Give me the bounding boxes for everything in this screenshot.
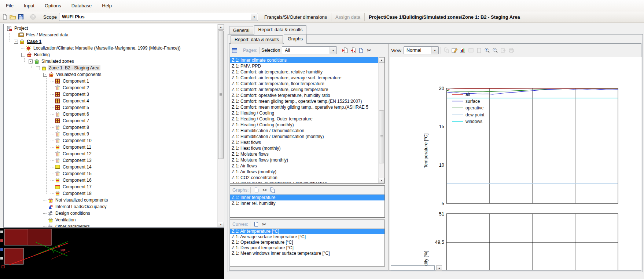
panel-divider[interactable] bbox=[388, 44, 389, 271]
menu-item-file[interactable]: File bbox=[1, 1, 19, 10]
save-icon[interactable] bbox=[17, 14, 25, 20]
print-icon[interactable] bbox=[508, 47, 515, 54]
tree-item-ventilation[interactable]: Ventilation bbox=[4, 217, 217, 223]
tab-report-data-results-inner[interactable]: Report: data & results bbox=[231, 35, 283, 44]
chevron-down-icon[interactable]: ▼ bbox=[251, 14, 257, 20]
page-item-z-1-heat-flows-monthly[interactable]: Z.1: Heat flows (monthly) bbox=[230, 145, 379, 151]
tree-item-component-16[interactable]: Component 16 bbox=[4, 177, 217, 184]
tree-item-project[interactable]: Project bbox=[4, 25, 217, 32]
view-combobox[interactable]: Normal ▼ bbox=[404, 46, 439, 54]
help-icon[interactable]: ? bbox=[29, 14, 37, 20]
page-icon[interactable] bbox=[475, 47, 483, 54]
tree-item-component-18[interactable]: Component 18 bbox=[4, 190, 217, 197]
tree-item-not-visualized-components[interactable]: Not visualized components bbox=[4, 197, 217, 203]
curve-item-z-1-dew-point-temperature-c[interactable]: Z.1: Dew point temperature [°C] bbox=[230, 245, 384, 251]
insert-page-icon[interactable] bbox=[341, 47, 349, 54]
pages-scrollbar[interactable]: ▲ ▼ bbox=[378, 57, 384, 183]
page-item-z-1-air-flows[interactable]: Z.1: Air flows bbox=[230, 163, 379, 169]
tree-item-component-2[interactable]: Component 2 bbox=[4, 84, 217, 91]
page-item-z-1-air-flows-monthly[interactable]: Z.1: Air flows (monthly) bbox=[230, 169, 379, 175]
tree-item-files-measured-data[interactable]: Files / Measured data bbox=[4, 32, 217, 38]
page-item-z-1-comfort-mean-monthly-gliding-temp-op[interactable]: Z.1: Comfort: mean monthly gliding temp.… bbox=[230, 104, 379, 110]
page-item-z-1-comfort-air-temperature-ceiling-temp[interactable]: Z.1: Comfort: air temperature, ceiling t… bbox=[230, 87, 379, 93]
curve-item-z-1-operative-temperature-c[interactable]: Z.1: Operative temperature [°C] bbox=[230, 240, 384, 245]
tree-item-component-8[interactable]: Component 8 bbox=[4, 124, 217, 131]
graph-item-z-1-inner-temperature[interactable]: Z.1: Inner temperature bbox=[230, 195, 384, 200]
page-item-z-1-inner-climate-conditions[interactable]: Z.1: Inner climate conditions bbox=[230, 57, 379, 63]
language-mode-button[interactable]: Français/SI/Outer dimensions bbox=[264, 14, 327, 20]
tree-item-component-10[interactable]: Component 10 bbox=[4, 137, 217, 144]
tab-general[interactable]: General bbox=[229, 26, 253, 35]
curve-item-z-1-air-temperature-c[interactable]: Z.1: Air temperature [°C] bbox=[230, 229, 384, 234]
tab-graphs[interactable]: Graphs bbox=[284, 35, 307, 44]
delete-page-icon[interactable] bbox=[349, 47, 357, 54]
tree-item-component-13[interactable]: Component 13 bbox=[4, 157, 217, 164]
curve-item-z-1-average-surface-temperature-c[interactable]: Z.1: Average surface temperature [°C] bbox=[230, 234, 384, 240]
page-item-z-1-humidification-dehumidification-mont[interactable]: Z.1: Humidification / Dehumidification (… bbox=[230, 134, 379, 140]
graph-item-z-1-inner-rel-humidity[interactable]: Z.1: Inner rel. humidity bbox=[230, 200, 384, 206]
tree-item-component-6[interactable]: Component 6 bbox=[4, 111, 217, 117]
chevron-down-icon[interactable]: ▼ bbox=[330, 47, 336, 54]
page-item-z-1-comfort-mean-gliding-temp-operative-[interactable]: Z.1: Comfort: mean gliding temp., operat… bbox=[230, 98, 379, 104]
open-folder-icon[interactable] bbox=[9, 14, 16, 20]
page-item-z-1-moisture-flows[interactable]: Z.1: Moisture flows bbox=[230, 151, 379, 157]
page-item-z-1-comfort-air-temperature-relative-hum[interactable]: Z.1: Comfort: air temperature, relative … bbox=[230, 69, 379, 75]
tree-item-internal-loads-occupancy[interactable]: Internal Loads/Occupancy bbox=[4, 203, 217, 210]
cut-page-icon[interactable]: ✂ bbox=[261, 187, 268, 193]
zoom-out-icon[interactable] bbox=[492, 47, 499, 54]
page-item-z-1-pmv-ppd[interactable]: Z.1: PMV, PPD bbox=[230, 63, 379, 69]
expander-minus-icon[interactable]: - bbox=[36, 66, 40, 70]
viewport-3d[interactable]: S MP bbox=[0, 228, 224, 279]
tree-item-component-7[interactable]: Component 7 bbox=[4, 117, 217, 124]
scroll-down-icon[interactable]: ▼ bbox=[218, 222, 224, 227]
cut-page-icon[interactable]: ✂ bbox=[261, 221, 268, 228]
frame-icon[interactable] bbox=[467, 47, 475, 54]
scroll-left-icon[interactable]: ◄ bbox=[436, 265, 442, 271]
tree-item-zone-1-b2-staging-area[interactable]: -Zone 1: B2 - Staging Area bbox=[4, 65, 217, 71]
edit-graph-icon[interactable] bbox=[451, 47, 459, 54]
tree-item-component-14[interactable]: Component 14 bbox=[4, 164, 217, 170]
tree-item-simulated-zones[interactable]: -Simulated zones bbox=[4, 58, 217, 65]
menu-item-options[interactable]: Options bbox=[40, 1, 66, 10]
tree-item-component-1[interactable]: Component 1 bbox=[4, 78, 217, 84]
new-file-icon[interactable] bbox=[1, 14, 8, 20]
tree-item-component-5[interactable]: Component 5 bbox=[4, 104, 217, 111]
tree-item-component-12[interactable]: Component 12 bbox=[4, 151, 217, 157]
new-page-icon[interactable] bbox=[253, 187, 260, 193]
tree-item-component-9[interactable]: Component 9 bbox=[4, 131, 217, 137]
curve-item-z-1-mean-windows-inner-surface-temperatu[interactable]: Z.1: Mean windows inner surface temperat… bbox=[230, 251, 384, 256]
tree-item-component-11[interactable]: Component 11 bbox=[4, 144, 217, 151]
scrollbar-thumb[interactable] bbox=[379, 110, 384, 163]
expander-minus-icon[interactable]: - bbox=[21, 53, 25, 57]
tree-item-other-parameters[interactable]: Other parameters bbox=[4, 223, 217, 227]
chevron-down-icon[interactable]: ▼ bbox=[431, 47, 438, 54]
copy-icon[interactable] bbox=[269, 187, 276, 193]
selection-combobox[interactable]: All ▼ bbox=[282, 46, 337, 54]
menu-item-help[interactable]: Help bbox=[97, 1, 117, 10]
cut-page-icon[interactable]: ✂ bbox=[365, 47, 373, 54]
page-item-z-1-inner-loads-humidification-dehumidif[interactable]: Z.1: Inner loads, humidification / dehum… bbox=[230, 181, 379, 183]
export-icon[interactable] bbox=[500, 47, 507, 54]
tree-scrollbar[interactable]: ▲ ▼ bbox=[217, 24, 224, 227]
page-item-z-1-comfort-operative-temperature-humidi[interactable]: Z.1: Comfort: operative temperature, hum… bbox=[230, 93, 379, 98]
tree-item-building[interactable]: -Building bbox=[4, 51, 217, 58]
tree-item-case-1[interactable]: -Case 1 bbox=[4, 38, 217, 45]
horizontal-scrollbar-thumb[interactable] bbox=[391, 265, 435, 271]
page-item-z-1-humidification-dehumidification[interactable]: Z.1: Humidification / Dehumidification bbox=[230, 128, 379, 134]
tree-item-component-4[interactable]: Component 4 bbox=[4, 98, 217, 104]
scroll-up-icon[interactable]: ▲ bbox=[218, 24, 224, 30]
expander-minus-icon[interactable]: - bbox=[29, 59, 33, 64]
tree-item-component-3[interactable]: Component 3 bbox=[4, 91, 217, 98]
page-item-z-1-moisture-flows-monthly[interactable]: Z.1: Moisture flows (monthly) bbox=[230, 157, 379, 163]
tree-item-design-conditions[interactable]: Design conditions bbox=[4, 210, 217, 217]
tree-item-component-15[interactable]: Component 15 bbox=[4, 170, 217, 177]
tree-item-localization-climate-marseille-marseille[interactable]: Localization/Climate: Marseille (Marseil… bbox=[4, 45, 217, 51]
new-page-icon[interactable] bbox=[357, 47, 365, 54]
page-item-z-1-heating-cooling-outer-temperature[interactable]: Z.1: Heating / Cooling, Outer temperatur… bbox=[230, 116, 379, 122]
copy-graph-icon[interactable] bbox=[443, 47, 450, 54]
expander-minus-icon[interactable]: - bbox=[43, 73, 47, 77]
scope-combobox[interactable]: WUFI Plus ▼ bbox=[59, 13, 258, 21]
tab-report-data-results[interactable]: Report: data & results bbox=[254, 25, 306, 35]
assign-data-button[interactable]: Assign data bbox=[335, 14, 360, 20]
menu-item-input[interactable]: Input bbox=[19, 1, 40, 10]
